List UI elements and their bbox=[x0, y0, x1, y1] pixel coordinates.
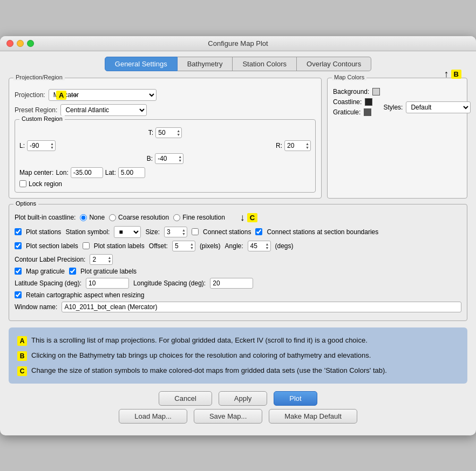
contour-arrows[interactable]: ▲ ▼ bbox=[106, 256, 112, 263]
coastline-coarse-radio[interactable] bbox=[109, 214, 116, 221]
angle-spin[interactable]: ▲ ▼ bbox=[248, 241, 271, 251]
r-input[interactable] bbox=[285, 141, 304, 151]
angle-input[interactable] bbox=[248, 241, 264, 251]
tab-overlay-contours[interactable]: Overlay Contours bbox=[297, 57, 371, 71]
angle-up-arrow[interactable]: ▲ bbox=[264, 242, 270, 246]
tab-bathymetry[interactable]: Bathymetry bbox=[178, 57, 233, 71]
connect-stations-checkbox[interactable] bbox=[192, 228, 199, 235]
l-spin[interactable]: ▲ ▼ bbox=[27, 140, 56, 151]
contour-up-arrow[interactable]: ▲ bbox=[106, 256, 112, 260]
retain-aspect-checkbox[interactable] bbox=[15, 291, 22, 298]
coastline-fine-radio[interactable] bbox=[173, 214, 180, 221]
background-swatch[interactable] bbox=[372, 88, 380, 95]
size-down-arrow[interactable]: ▼ bbox=[181, 232, 187, 236]
plot-stations-checkbox[interactable] bbox=[15, 228, 22, 235]
lat-spacing-label: Latitude Spacing (deg): bbox=[15, 279, 81, 287]
preset-region-select[interactable]: Central Atlantic Global North Atlantic P… bbox=[60, 104, 147, 116]
plot-station-labels-checkbox[interactable] bbox=[83, 242, 90, 249]
plot-station-labels-label: Plot station labels bbox=[94, 242, 145, 250]
make-default-button[interactable]: Make Map Default bbox=[269, 409, 357, 424]
t-input[interactable] bbox=[156, 128, 175, 138]
r-down-arrow[interactable]: ▼ bbox=[304, 146, 310, 149]
map-colors-label: Map Colors bbox=[332, 74, 366, 80]
l-label: L: bbox=[19, 142, 25, 149]
custom-region-box: Custom Region T: ▲ ▼ bbox=[15, 119, 316, 193]
styles-row: Styles: Default Classic Modern bbox=[383, 101, 471, 113]
tab-general[interactable]: General Settings bbox=[105, 57, 178, 71]
t-down-arrow[interactable]: ▼ bbox=[175, 133, 181, 136]
station-symbol-select[interactable]: ■ ● ▲ bbox=[114, 226, 141, 238]
size-arrows[interactable]: ▲ ▼ bbox=[181, 228, 187, 236]
connect-section-label: Connect stations at section boundaries bbox=[267, 228, 378, 236]
angle-arrows[interactable]: ▲ ▼ bbox=[264, 242, 270, 250]
lat-input[interactable] bbox=[118, 167, 145, 178]
lon-spacing-input[interactable] bbox=[210, 278, 253, 289]
lat-spacing-input[interactable] bbox=[86, 278, 129, 289]
b-up-arrow[interactable]: ▲ bbox=[177, 155, 183, 159]
coastline-none-radio[interactable] bbox=[80, 214, 87, 221]
t-up-arrow[interactable]: ▲ bbox=[175, 129, 181, 133]
offset-arrows[interactable]: ▲ ▼ bbox=[189, 242, 195, 250]
l-arrows[interactable]: ▲ ▼ bbox=[49, 142, 55, 149]
offset-up-arrow[interactable]: ▲ bbox=[189, 242, 195, 246]
angle-down-arrow[interactable]: ▼ bbox=[264, 246, 270, 250]
tooltip-c-text: Change the size of station symbols to ma… bbox=[31, 365, 387, 376]
plot-button[interactable]: Plot bbox=[274, 391, 317, 406]
t-arrows[interactable]: ▲ ▼ bbox=[175, 129, 181, 136]
offset-unit-label: (pixels) bbox=[200, 242, 221, 250]
top-panels: A → Projection/Region Projection: Mercat… bbox=[9, 78, 467, 199]
b-input[interactable] bbox=[155, 154, 177, 163]
offset-down-arrow[interactable]: ▼ bbox=[189, 246, 195, 250]
background-label: Background: bbox=[333, 88, 369, 95]
t-spin[interactable]: ▲ ▼ bbox=[155, 127, 182, 138]
offset-input[interactable] bbox=[173, 241, 189, 251]
options-section: Options Plot built-in coastline: None Co… bbox=[9, 204, 467, 321]
tab-station-colors[interactable]: Station Colors bbox=[233, 57, 297, 71]
map-graticule-label: Map graticule bbox=[26, 268, 65, 275]
b-down-arrow[interactable]: ▼ bbox=[177, 159, 183, 162]
l-up-arrow[interactable]: ▲ bbox=[49, 142, 55, 146]
badge-a: A bbox=[56, 91, 66, 100]
spacing-row: Latitude Spacing (deg): Longitude Spacin… bbox=[15, 278, 461, 289]
apply-button[interactable]: Apply bbox=[219, 391, 268, 406]
plot-section-labels-checkbox[interactable] bbox=[15, 242, 22, 249]
titlebar: Configure Map Plot bbox=[0, 36, 476, 51]
contour-input[interactable] bbox=[90, 255, 106, 264]
r-up-arrow[interactable]: ▲ bbox=[304, 142, 310, 146]
r-arrows[interactable]: ▲ ▼ bbox=[304, 142, 310, 149]
coastline-none-group: None bbox=[80, 214, 105, 221]
styles-select[interactable]: Default Classic Modern bbox=[406, 101, 471, 113]
size-up-arrow[interactable]: ▲ bbox=[181, 228, 187, 232]
map-center-row: Map center: Lon: Lat: bbox=[19, 167, 311, 178]
close-button[interactable] bbox=[6, 40, 13, 47]
plot-stations-label: Plot stations bbox=[26, 228, 61, 236]
size-spin[interactable]: ▲ ▼ bbox=[164, 227, 187, 237]
maximize-button[interactable] bbox=[27, 40, 34, 47]
tooltip-c-badge: C bbox=[17, 366, 27, 376]
load-map-button[interactable]: Load Map... bbox=[119, 409, 187, 424]
r-spin[interactable]: ▲ ▼ bbox=[284, 140, 311, 151]
minimize-button[interactable] bbox=[17, 40, 24, 47]
coastline-swatch[interactable] bbox=[365, 98, 372, 106]
plot-graticule-labels-checkbox[interactable] bbox=[69, 268, 76, 275]
lock-row: Lock region bbox=[19, 180, 311, 188]
arrow-a-icon: → bbox=[69, 90, 78, 101]
coastline-coarse-group: Coarse resolution bbox=[109, 214, 169, 221]
b-spin[interactable]: ▲ ▼ bbox=[155, 153, 183, 164]
offset-spin[interactable]: ▲ ▼ bbox=[172, 241, 195, 251]
l-input[interactable] bbox=[28, 141, 49, 151]
window-name-input[interactable] bbox=[62, 302, 461, 312]
lock-region-checkbox[interactable] bbox=[19, 180, 26, 187]
lon-input[interactable] bbox=[71, 167, 103, 178]
b-arrows[interactable]: ▲ ▼ bbox=[177, 155, 183, 162]
connect-section-checkbox[interactable] bbox=[255, 228, 262, 235]
contour-down-arrow[interactable]: ▼ bbox=[106, 260, 112, 263]
contour-spin[interactable]: ▲ ▼ bbox=[90, 254, 113, 265]
map-graticule-checkbox[interactable] bbox=[15, 268, 22, 275]
plot-graticule-labels-label: Plot graticule labels bbox=[80, 268, 137, 275]
size-input[interactable] bbox=[165, 227, 181, 237]
graticule-swatch[interactable] bbox=[364, 108, 371, 116]
cancel-button[interactable]: Cancel bbox=[159, 391, 212, 406]
l-down-arrow[interactable]: ▼ bbox=[49, 146, 55, 149]
save-map-button[interactable]: Save Map... bbox=[194, 409, 262, 424]
